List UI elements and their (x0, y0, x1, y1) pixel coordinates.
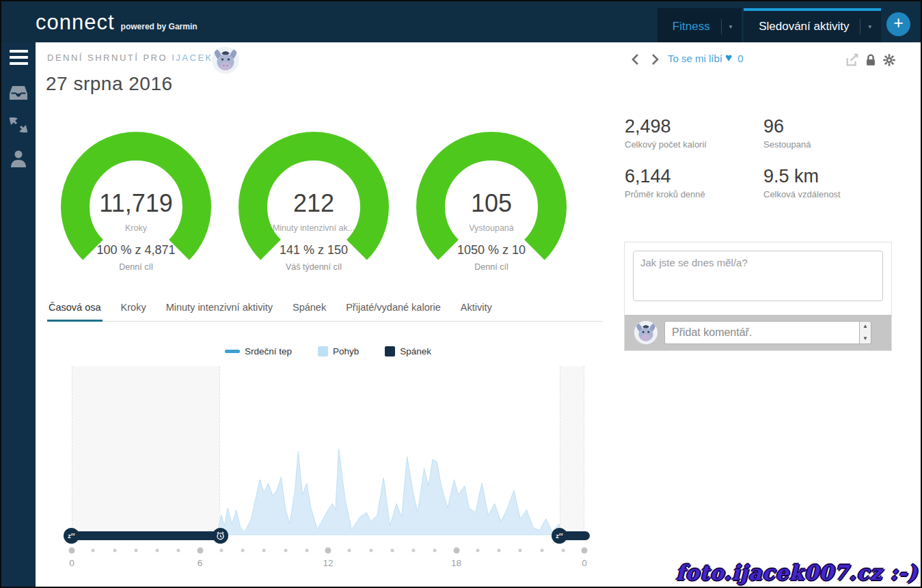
photo-watermark: foto.ijacek007.cz :-) (676, 561, 918, 585)
status-input[interactable] (633, 251, 883, 301)
profile-icon[interactable] (1, 149, 36, 168)
legend-label: Pohyb (333, 346, 359, 356)
detail-tab[interactable]: Minuty intenzivní aktivity (165, 302, 274, 322)
gauge-label: Vystoupaná (403, 223, 580, 233)
user-avatar[interactable] (212, 46, 239, 74)
hour-tick-dot[interactable] (262, 549, 266, 552)
connect-logo-text: connect (36, 12, 115, 33)
stat-value: 6,144 (625, 166, 763, 187)
sleep-end-handle[interactable] (213, 528, 228, 544)
tab-divider (860, 19, 860, 34)
detail-tab[interactable]: Kroky (120, 302, 148, 322)
legend-swatch (318, 346, 328, 356)
detail-tab[interactable]: Spánek (291, 302, 327, 322)
add-dashboard-button[interactable]: + (886, 12, 910, 36)
hour-tick-dot[interactable] (219, 549, 223, 552)
hour-tick-dot[interactable] (519, 549, 522, 552)
hour-tick-dot[interactable] (241, 549, 245, 552)
gauge-goal-label: Denní cíl (403, 262, 580, 272)
hour-tick-dot[interactable] (433, 549, 437, 552)
previous-day-button[interactable] (629, 52, 644, 67)
hour-tick-dot[interactable] (453, 548, 459, 554)
daily-summary-heading: DENNÍ SHRNUTÍ PRO IJACEK.007 (47, 53, 237, 63)
summary-stat: 6,144Průměr kroků denně (625, 166, 763, 199)
inbox-icon[interactable] (1, 85, 36, 101)
detail-tab[interactable]: Aktivity (459, 302, 493, 322)
privacy-lock-icon[interactable] (863, 53, 878, 68)
detail-tab[interactable]: Časová osa (47, 302, 103, 322)
chevron-down-icon[interactable]: ▾ (729, 23, 733, 30)
menu-icon[interactable] (1, 50, 36, 68)
goal-gauge[interactable]: 11,719Kroky100 % z 4,871Denní cíl (47, 130, 225, 277)
sleep-zzz-icon: zzz (68, 532, 75, 540)
timeline-chart[interactable]: zzzzzz (72, 366, 584, 535)
hour-tick-dot[interactable] (561, 549, 565, 552)
navbar-tab[interactable]: Sledování aktivity▾ (744, 8, 881, 42)
summary-stat: 2,498Celkový počet kalorií (625, 116, 763, 150)
stat-label: Sestoupaná (763, 139, 895, 150)
summary-stat: 96Sestoupaná (763, 116, 895, 150)
hour-tick-dot[interactable] (412, 549, 416, 552)
legend-swatch (385, 346, 395, 356)
summary-stats: 2,498Celkový počet kalorií96Sestoupaná6,… (625, 116, 895, 199)
hour-tick-dot[interactable] (134, 549, 137, 552)
hour-tick-dot[interactable] (369, 549, 372, 552)
top-navbar: connect powered by Garmin Fitness▾Sledov… (1, 1, 921, 42)
goal-gauge[interactable]: 105Vystoupaná1050 % z 10Denní cíl (403, 130, 580, 277)
scroll-down-icon[interactable]: ▼ (863, 336, 868, 341)
hour-tick-dot[interactable] (197, 548, 203, 554)
hour-tick-label: 6 (198, 558, 203, 568)
hour-tick-dot[interactable] (305, 549, 308, 552)
hour-tick-label: 18 (451, 558, 461, 568)
hour-tick-dot[interactable] (390, 549, 394, 552)
logo-tagline: powered by Garmin (121, 22, 198, 31)
hour-tick-dot[interactable] (156, 549, 159, 552)
comment-bar: ▲ ▼ (625, 315, 891, 350)
navbar-tabs: Fitness▾Sledování aktivity▾ (657, 8, 881, 42)
hour-tick-dot[interactable] (177, 549, 180, 552)
like-control[interactable]: To se mi líbí ♥ 0 (668, 53, 743, 64)
detail-tab[interactable]: Přijaté/vydané kalorie (344, 302, 442, 322)
goal-gauge[interactable]: 212Minuty intenzivní ak...141 % z 150Váš… (225, 130, 403, 277)
stat-value: 96 (763, 116, 895, 137)
summary-stat: 9.5 kmCelková vzdálenost (763, 166, 895, 199)
sleep-zzz-icon: zzz (556, 532, 563, 540)
sleep-start-handle[interactable]: zzz (552, 528, 567, 544)
hour-tick-dot[interactable] (113, 549, 116, 552)
logo[interactable]: connect powered by Garmin (36, 1, 198, 42)
hour-tick-label: 0 (582, 558, 587, 568)
gauge-progress: 1050 % z 10 (403, 243, 580, 257)
comment-scrollbar[interactable]: ▲ ▼ (860, 321, 871, 344)
hour-tick-dot[interactable] (69, 548, 75, 554)
share-icon[interactable] (845, 53, 860, 68)
legend-swatch (225, 350, 240, 353)
sleep-slider-bar[interactable]: zzz (66, 531, 226, 540)
like-label: To se mi líbí (668, 53, 722, 64)
hour-tick-dot[interactable] (476, 549, 479, 552)
sleep-start-handle[interactable]: zzz (64, 528, 79, 544)
settings-gear-icon[interactable] (882, 53, 897, 68)
legend-label: Spánek (400, 346, 431, 356)
timeline-tabs: Časová osaKrokyMinuty intenzivní aktivit… (47, 302, 603, 322)
chart-legend: Srdeční tepPohybSpánek (72, 346, 584, 356)
gauge-value: 11,719 (47, 189, 225, 218)
navbar-tab[interactable]: Fitness▾ (657, 8, 742, 42)
legend-item: Spánek (385, 346, 431, 356)
chevron-down-icon[interactable]: ▾ (868, 23, 871, 30)
hour-tick-dot[interactable] (540, 549, 543, 552)
tab-divider (721, 19, 722, 34)
hour-tick-dot[interactable] (498, 549, 501, 552)
hour-tick-dot[interactable] (92, 549, 95, 552)
next-day-button[interactable] (647, 52, 662, 67)
stat-label: Průměr kroků denně (625, 189, 763, 199)
connections-icon[interactable] (1, 117, 36, 132)
stat-label: Celková vzdálenost (763, 189, 895, 199)
comment-avatar (634, 321, 657, 344)
sleep-slider-bar[interactable]: zzz (554, 531, 590, 540)
hour-tick-dot[interactable] (582, 548, 588, 554)
comment-input[interactable] (664, 321, 860, 344)
hour-tick-dot[interactable] (348, 549, 351, 552)
scroll-up-icon[interactable]: ▲ (863, 324, 868, 329)
hour-tick-dot[interactable] (325, 548, 331, 554)
hour-tick-dot[interactable] (284, 549, 287, 552)
